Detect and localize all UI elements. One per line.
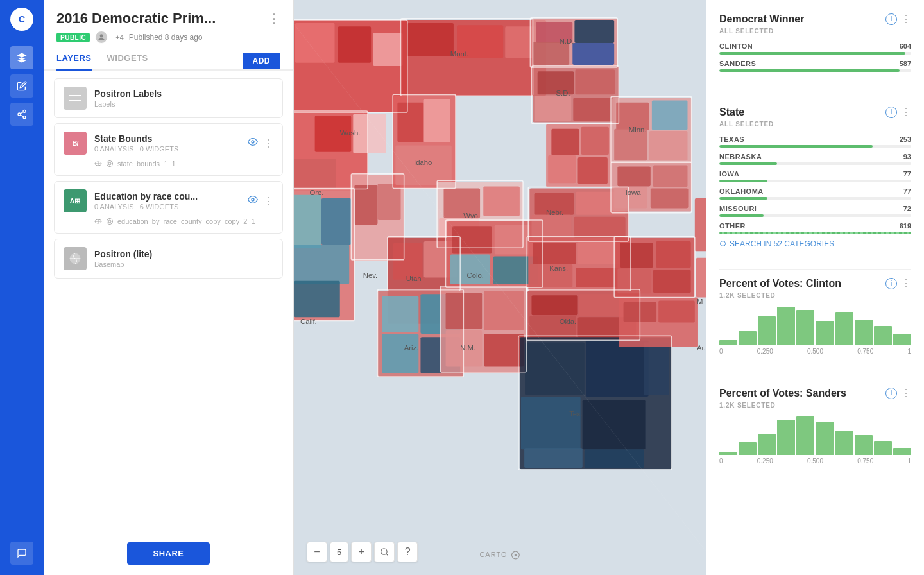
eye-icon[interactable]	[248, 194, 258, 207]
hist-bar	[893, 448, 911, 455]
oklahoma-label: OKLAHOMA	[719, 187, 764, 195]
sidebar-layers-icon[interactable]	[10, 46, 33, 69]
svg-point-174	[721, 241, 726, 246]
svg-point-1	[18, 113, 21, 116]
svg-rect-36	[294, 281, 340, 318]
hist-bar	[739, 442, 757, 455]
svg-text:Okla.: Okla.	[560, 318, 576, 325]
iowa-label: IOWA	[719, 170, 739, 178]
cat-bar-fill	[719, 180, 767, 182]
svg-rect-117	[653, 270, 691, 293]
sidebar-chat-icon[interactable]	[10, 542, 33, 565]
layer-info: Education by race cou... 0 ANALYSIS 6 WI…	[94, 191, 240, 210]
svg-rect-79	[573, 98, 615, 121]
panel-header: 2016 Democratic Prim... ⋮ PUBLIC +4 Publ…	[44, 0, 293, 44]
zoom-in-button[interactable]: +	[351, 542, 372, 562]
share-button[interactable]: SHARE	[127, 542, 209, 565]
eye-icon[interactable]	[248, 137, 258, 150]
widget-menu-dots[interactable]: ⋮	[901, 106, 911, 118]
widget-info-icon[interactable]: i	[886, 278, 897, 289]
svg-rect-41	[397, 103, 424, 142]
widget-info-icon[interactable]: i	[886, 13, 897, 25]
sidebar-edit-icon[interactable]	[10, 74, 33, 98]
hist-bar	[816, 422, 834, 455]
layer-menu-dots[interactable]: ⋮	[263, 137, 273, 150]
widget-header: Percent of Votes: Clinton i ⋮	[719, 277, 911, 289]
svg-line-175	[724, 245, 726, 246]
divider	[719, 269, 911, 270]
widget-header: Democrat Winner i ⋮	[719, 13, 911, 25]
layer-menu-dots[interactable]: ⋮	[263, 195, 273, 207]
sanders-bar: SANDERS 587	[719, 60, 911, 72]
layer-sub: Labels	[94, 100, 273, 108]
clinton-histogram-widget: Percent of Votes: Clinton i ⋮ 1.2K SELEC…	[719, 277, 911, 358]
hist-bar	[758, 316, 776, 345]
cat-label-row: OKLAHOMA 77	[719, 187, 911, 195]
layer-name: State Bounds	[94, 133, 240, 144]
panel-title-row: 2016 Democratic Prim... ⋮	[56, 10, 280, 27]
texas-label: TEXAS	[719, 135, 744, 143]
svg-point-9	[252, 141, 254, 143]
svg-rect-56	[382, 296, 419, 332]
svg-rect-64	[484, 334, 524, 366]
widget-header-icons: i ⋮	[886, 387, 911, 399]
cat-bar-fill-other	[719, 232, 911, 234]
svg-line-4	[21, 112, 24, 114]
widget-info-icon[interactable]: i	[886, 388, 897, 399]
svg-text:Iowa: Iowa	[626, 189, 642, 196]
widget-header-icons: i ⋮	[886, 106, 911, 118]
published-text: Published 8 days ago	[129, 33, 203, 42]
carto-watermark: CARTO	[479, 551, 520, 560]
sidebar-share-icon[interactable]	[10, 103, 33, 126]
svg-rect-33	[294, 195, 321, 248]
hist-axis: 0 0.250 0.500 0.750 1	[719, 458, 911, 465]
other-bar: OTHER 619	[719, 222, 911, 234]
svg-point-0	[23, 110, 26, 112]
svg-point-13	[108, 162, 111, 165]
tab-widgets[interactable]: WIDGETS	[107, 53, 148, 69]
left-panel: 2016 Democratic Prim... ⋮ PUBLIC +4 Publ…	[44, 0, 294, 575]
svg-text:Ore.: Ore.	[309, 189, 323, 196]
layer-sub: 0 ANALYSIS 0 WIDGETS	[94, 145, 240, 153]
app-logo[interactable]: C	[10, 8, 33, 31]
map-area: Wash. Ore. Calif. Nev. Idaho Mont. Utah …	[294, 0, 706, 575]
widget-info-icon[interactable]: i	[886, 107, 897, 118]
svg-point-14	[107, 161, 113, 167]
svg-rect-91	[531, 295, 578, 315]
help-button[interactable]: ?	[397, 542, 418, 562]
layer-card-header: Positron (lite) Basemap	[64, 247, 273, 270]
tabs: LAYERS WIDGETS	[56, 53, 148, 69]
cat-bar-track	[719, 197, 911, 200]
svg-rect-112	[649, 131, 688, 160]
sanders-histogram-widget: Percent of Votes: Sanders i ⋮ 1.2K SELEC…	[719, 387, 911, 468]
sanders-label-row: SANDERS 587	[719, 60, 911, 67]
svg-rect-100	[644, 342, 669, 395]
svg-rect-83	[531, 215, 571, 238]
search-categories-button[interactable]: SEARCH IN 52 CATEGORIES	[719, 239, 911, 248]
layer-info: State Bounds 0 ANALYSIS 0 WIDGETS	[94, 133, 240, 153]
clinton-label-row: CLINTON 604	[719, 42, 911, 50]
svg-rect-110	[652, 101, 688, 130]
cat-bar-track	[719, 145, 911, 148]
panel-menu-dots[interactable]: ⋮	[268, 11, 280, 26]
other-label: OTHER	[719, 222, 746, 230]
layer-sub: Basemap	[94, 261, 273, 268]
search-map-button[interactable]	[374, 542, 395, 562]
texas-bar: TEXAS 253	[719, 135, 911, 148]
panel-meta: PUBLIC +4 Published 8 days ago	[56, 31, 280, 44]
tab-layers[interactable]: LAYERS	[56, 53, 92, 71]
widget-menu-dots[interactable]: ⋮	[901, 387, 911, 399]
add-button[interactable]: ADD	[243, 53, 281, 69]
hist-bar	[777, 420, 795, 455]
layer-info: Positron (lite) Basemap	[94, 249, 273, 268]
svg-rect-101	[524, 448, 583, 468]
cat-bar-fill	[719, 197, 767, 200]
svg-rect-127	[696, 258, 706, 298]
svg-rect-104	[617, 167, 650, 187]
zoom-out-button[interactable]: −	[307, 542, 327, 562]
cat-bar-track	[719, 180, 911, 182]
svg-rect-78	[535, 96, 572, 121]
widget-menu-dots[interactable]: ⋮	[901, 277, 911, 289]
svg-rect-99	[583, 400, 646, 449]
widget-menu-dots[interactable]: ⋮	[901, 13, 911, 25]
